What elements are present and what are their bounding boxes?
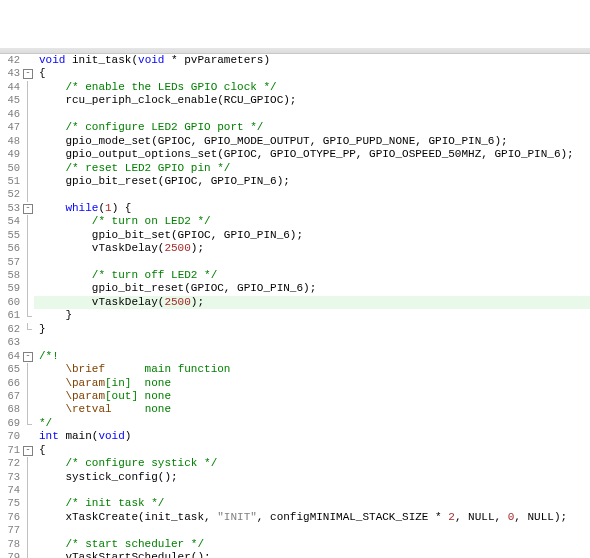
- code-text[interactable]: /* init task */: [34, 497, 590, 510]
- code-text[interactable]: [34, 484, 590, 497]
- code-line[interactable]: 66 \param[in] none: [0, 377, 590, 390]
- code-line[interactable]: 45 rcu_periph_clock_enable(RCU_GPIOC);: [0, 94, 590, 107]
- code-line[interactable]: 75 /* init task */: [0, 497, 590, 510]
- code-text[interactable]: [34, 108, 590, 121]
- code-line[interactable]: 54 /* turn on LED2 */: [0, 215, 590, 228]
- code-line[interactable]: 52: [0, 188, 590, 201]
- fold-toggle-icon[interactable]: [22, 202, 34, 215]
- code-line[interactable]: 47 /* configure LED2 GPIO port */: [0, 121, 590, 134]
- code-area[interactable]: 42void init_task(void * pvParameters)43{…: [0, 54, 590, 558]
- code-text[interactable]: rcu_periph_clock_enable(RCU_GPIOC);: [34, 94, 590, 107]
- code-token: {: [39, 67, 46, 79]
- code-line[interactable]: 65 \brief main function: [0, 363, 590, 376]
- fold-toggle-icon[interactable]: [22, 67, 34, 80]
- code-text[interactable]: /* configure systick */: [34, 457, 590, 470]
- code-line[interactable]: 42void init_task(void * pvParameters): [0, 54, 590, 67]
- code-text[interactable]: /* start scheduler */: [34, 538, 590, 551]
- line-number: 46: [0, 108, 22, 121]
- code-line[interactable]: 79 vTaskStartScheduler();: [0, 551, 590, 558]
- code-token: 1: [105, 202, 112, 214]
- code-text[interactable]: }: [34, 323, 590, 336]
- code-text[interactable]: \brief main function: [34, 363, 590, 376]
- code-text[interactable]: xTaskCreate(init_task, "INIT", configMIN…: [34, 511, 590, 524]
- code-line[interactable]: 72 /* configure systick */: [0, 457, 590, 470]
- code-token: /* reset LED2 GPIO pin */: [65, 162, 230, 174]
- code-token: * pvParameters): [164, 54, 270, 66]
- code-line[interactable]: 51 gpio_bit_reset(GPIOC, GPIO_PIN_6);: [0, 175, 590, 188]
- code-text[interactable]: [34, 524, 590, 537]
- code-text[interactable]: /* turn on LED2 */: [34, 215, 590, 228]
- code-text[interactable]: gpio_output_options_set(GPIOC, GPIO_OTYP…: [34, 148, 590, 161]
- code-line[interactable]: 48 gpio_mode_set(GPIOC, GPIO_MODE_OUTPUT…: [0, 135, 590, 148]
- code-line[interactable]: 46: [0, 108, 590, 121]
- code-text[interactable]: /* turn off LED2 */: [34, 269, 590, 282]
- line-number: 52: [0, 188, 22, 201]
- fold-guide: [22, 269, 34, 282]
- code-text[interactable]: systick_config();: [34, 471, 590, 484]
- code-line[interactable]: 49 gpio_output_options_set(GPIOC, GPIO_O…: [0, 148, 590, 161]
- code-text[interactable]: \param[in] none: [34, 377, 590, 390]
- line-number: 71: [0, 444, 22, 457]
- code-text[interactable]: */: [34, 417, 590, 430]
- code-token: , configMINIMAL_STACK_SIZE *: [257, 511, 448, 523]
- code-text[interactable]: vTaskDelay(2500);: [34, 242, 590, 255]
- code-token: gpio_bit_reset(GPIOC, GPIO_PIN_6);: [39, 282, 316, 294]
- code-text[interactable]: {: [34, 444, 590, 457]
- code-line[interactable]: 43{: [0, 67, 590, 80]
- fold-guide: [22, 484, 34, 497]
- code-line[interactable]: 53 while(1) {: [0, 202, 590, 215]
- code-line[interactable]: 77: [0, 524, 590, 537]
- code-text[interactable]: vTaskDelay(2500);: [34, 296, 590, 309]
- code-line[interactable]: 56 vTaskDelay(2500);: [0, 242, 590, 255]
- code-line[interactable]: 70int main(void): [0, 430, 590, 443]
- code-editor[interactable]: 42void init_task(void * pvParameters)43{…: [0, 48, 590, 558]
- code-text[interactable]: vTaskStartScheduler();: [34, 551, 590, 558]
- code-text[interactable]: [34, 336, 590, 349]
- code-text[interactable]: [34, 188, 590, 201]
- code-line[interactable]: 76 xTaskCreate(init_task, "INIT", config…: [0, 511, 590, 524]
- code-line[interactable]: 63: [0, 336, 590, 349]
- code-token: gpio_bit_set(GPIOC, GPIO_PIN_6);: [39, 229, 303, 241]
- code-text[interactable]: {: [34, 67, 590, 80]
- code-line[interactable]: 67 \param[out] none: [0, 390, 590, 403]
- code-text[interactable]: \retval none: [34, 403, 590, 416]
- code-line[interactable]: 78 /* start scheduler */: [0, 538, 590, 551]
- code-text[interactable]: gpio_bit_reset(GPIOC, GPIO_PIN_6);: [34, 175, 590, 188]
- code-text[interactable]: /*!: [34, 350, 590, 363]
- code-text[interactable]: int main(void): [34, 430, 590, 443]
- code-line[interactable]: 58 /* turn off LED2 */: [0, 269, 590, 282]
- code-line[interactable]: 68 \retval none: [0, 403, 590, 416]
- code-token: [39, 269, 92, 281]
- code-text[interactable]: [34, 256, 590, 269]
- code-line[interactable]: 60 vTaskDelay(2500);: [0, 296, 590, 309]
- code-line[interactable]: 61 }: [0, 309, 590, 322]
- code-line[interactable]: 73 systick_config();: [0, 471, 590, 484]
- code-line[interactable]: 71{: [0, 444, 590, 457]
- code-token: void: [98, 430, 124, 442]
- code-line[interactable]: 64/*!: [0, 350, 590, 363]
- code-line[interactable]: 50 /* reset LED2 GPIO pin */: [0, 162, 590, 175]
- fold-guide: [22, 175, 34, 188]
- code-text[interactable]: /* reset LED2 GPIO pin */: [34, 162, 590, 175]
- code-text[interactable]: \param[out] none: [34, 390, 590, 403]
- code-text[interactable]: }: [34, 309, 590, 322]
- code-line[interactable]: 74: [0, 484, 590, 497]
- code-text[interactable]: gpio_mode_set(GPIOC, GPIO_MODE_OUTPUT, G…: [34, 135, 590, 148]
- fold-toggle-icon[interactable]: [22, 444, 34, 457]
- code-line[interactable]: 62}: [0, 323, 590, 336]
- code-text[interactable]: gpio_bit_reset(GPIOC, GPIO_PIN_6);: [34, 282, 590, 295]
- code-text[interactable]: /* configure LED2 GPIO port */: [34, 121, 590, 134]
- code-line[interactable]: 59 gpio_bit_reset(GPIOC, GPIO_PIN_6);: [0, 282, 590, 295]
- code-line[interactable]: 55 gpio_bit_set(GPIOC, GPIO_PIN_6);: [0, 229, 590, 242]
- code-text[interactable]: while(1) {: [34, 202, 590, 215]
- code-text[interactable]: gpio_bit_set(GPIOC, GPIO_PIN_6);: [34, 229, 590, 242]
- code-text[interactable]: void init_task(void * pvParameters): [34, 54, 590, 67]
- code-text[interactable]: /* enable the LEDs GPIO clock */: [34, 81, 590, 94]
- code-line[interactable]: 69*/: [0, 417, 590, 430]
- code-token: int: [39, 430, 59, 442]
- code-token: init_task(: [65, 54, 138, 66]
- code-line[interactable]: 44 /* enable the LEDs GPIO clock */: [0, 81, 590, 94]
- fold-toggle-icon[interactable]: [22, 350, 34, 363]
- fold-guide: [22, 551, 34, 558]
- code-line[interactable]: 57: [0, 256, 590, 269]
